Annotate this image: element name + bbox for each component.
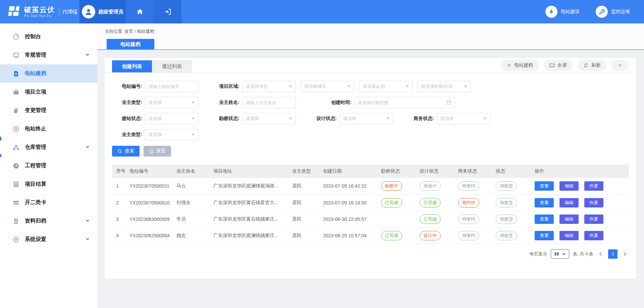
- content-body: 创建列表 通过列表 电站建档 全屏: [97, 50, 644, 308]
- col-status: 状态: [494, 165, 533, 178]
- survey-status-select[interactable]: 请选择: [242, 113, 296, 124]
- col-owner-name: 业主姓名: [174, 165, 211, 178]
- edit-button[interactable]: 编辑: [559, 198, 579, 207]
- view-button[interactable]: 查看: [535, 181, 554, 191]
- status-badge: 已完成: [420, 198, 441, 207]
- void-button[interactable]: 作废: [584, 231, 603, 240]
- col-business-status: 商务状态: [456, 165, 494, 178]
- edit-button[interactable]: 编辑: [559, 181, 579, 191]
- sidebar-item-station-termination[interactable]: 电站终止: [0, 120, 97, 138]
- document-icon: [13, 70, 19, 77]
- add-station-button[interactable]: 电站建档: [500, 60, 539, 71]
- owner-type2-label: 业主类型:: [112, 132, 142, 138]
- chevron-down-icon: [85, 218, 90, 224]
- home-icon: [136, 8, 144, 16]
- status-badge: 勘察中: [381, 181, 402, 191]
- town-select[interactable]: 请选择村镇/街道: [417, 81, 471, 92]
- search-icon: [117, 149, 122, 154]
- pagination: 每页显示 10 条, 共 4 条 1: [112, 249, 629, 259]
- table-row: 2 YX2023070500010 刘强东 广东深圳龙华区黄石镇星官大... 居…: [112, 194, 629, 211]
- logout-button[interactable]: [154, 0, 181, 23]
- wrench-icon: [596, 6, 608, 18]
- survey-status-label: 勘察状态:: [209, 116, 239, 122]
- page-number[interactable]: 1: [608, 249, 618, 259]
- station-code-input[interactable]: [145, 81, 199, 92]
- col-owner-type: 业主类型: [290, 165, 321, 178]
- user-menu[interactable]: 超级管理员: [79, 0, 126, 23]
- tab-passed-list[interactable]: 通过列表: [152, 60, 192, 72]
- owner-type2-select[interactable]: 请选择: [145, 129, 199, 140]
- view-button[interactable]: 查看: [535, 231, 554, 240]
- table-row: 3 YX2023063000009 学员 广东深圳龙华区黄石镇姚家庄... 居民…: [112, 211, 629, 227]
- reset-button[interactable]: 重置: [144, 146, 171, 157]
- archive-doc-icon: [13, 218, 19, 225]
- city-select[interactable]: 请选择城市: [301, 81, 354, 92]
- chevron-down-icon: [618, 63, 623, 68]
- sidebar-item-engineering-mgmt[interactable]: 工程管理: [0, 157, 97, 175]
- status-badge: 待设计: [420, 181, 441, 191]
- chevron-down-icon: [483, 118, 487, 120]
- build-status-select[interactable]: 请选择: [145, 113, 199, 124]
- sidebar-item-open-card[interactable]: 开二类卡: [0, 193, 97, 212]
- logo-area: 破茧云伏 Po Jian Yun Fu 代理端: [0, 0, 79, 23]
- sidebar-item-project-initiation[interactable]: 项目立项: [0, 83, 97, 101]
- reset-icon: [149, 149, 154, 154]
- sidebar-item-station-archive[interactable]: 电站建档: [0, 64, 97, 83]
- void-button[interactable]: 作废: [584, 198, 603, 207]
- settings-icon: [13, 236, 19, 243]
- void-button[interactable]: 作废: [584, 181, 603, 191]
- collapse-button[interactable]: [611, 60, 629, 71]
- nav-station-build-label: 电站建设: [561, 9, 580, 15]
- sidebar-scroll-indicator: [0, 154, 1, 157]
- owner-name-label: 业主姓名:: [209, 100, 239, 106]
- edit-button[interactable]: 编辑: [559, 214, 579, 224]
- sidebar-item-warehouse-mgmt[interactable]: 仓库管理: [0, 138, 97, 157]
- per-page-select[interactable]: 10: [551, 249, 569, 259]
- nav-station-build[interactable]: 电站建设: [545, 6, 580, 18]
- refresh-icon: [583, 63, 589, 68]
- search-button[interactable]: 搜索: [112, 146, 140, 157]
- sidebar-item-project-settlement[interactable]: 项目结算: [0, 175, 97, 193]
- chevron-down-icon: [192, 102, 195, 104]
- logout-icon: [164, 8, 172, 16]
- page-tab-station-archive[interactable]: 电站建档: [107, 39, 154, 49]
- chevron-down-icon: [85, 237, 90, 243]
- fullscreen-icon: [549, 63, 555, 68]
- sidebar-item-console[interactable]: 控制台: [0, 27, 97, 46]
- status-badge: 待提交: [496, 198, 517, 207]
- refresh-button[interactable]: 刷新: [577, 60, 607, 71]
- chevron-left-icon: [598, 251, 603, 257]
- status-badge: 设计中: [420, 231, 441, 240]
- sidebar-item-system-settings[interactable]: 系统设置: [0, 230, 97, 249]
- nav-monitor-ops[interactable]: 监控运维: [596, 6, 630, 18]
- owner-type-label: 业主类型:: [112, 100, 142, 106]
- sidebar-item-data-archive[interactable]: 资料归档: [0, 212, 97, 230]
- build-status-label: 建站状态:: [112, 116, 142, 122]
- tab-create-list[interactable]: 创建列表: [112, 60, 152, 72]
- calculator-icon: [13, 181, 19, 188]
- status-badge: 签约中: [458, 198, 479, 207]
- station-code-label: 电站编号:: [112, 83, 142, 89]
- logo-subtitle: Po Jian Yun Fu: [24, 14, 55, 18]
- design-status-select[interactable]: 请选择: [339, 113, 393, 124]
- owner-name-input[interactable]: [242, 97, 296, 108]
- fullscreen-button[interactable]: 全屏: [543, 60, 573, 71]
- district-select[interactable]: 请选择县/区: [359, 81, 413, 92]
- status-badge: 待提交: [496, 214, 517, 224]
- sidebar-item-general-mgmt[interactable]: 常规管理: [0, 46, 97, 64]
- date-range-input[interactable]: [354, 97, 455, 108]
- province-select[interactable]: 请选择省份: [242, 81, 296, 92]
- home-button[interactable]: [126, 0, 154, 23]
- sidebar-item-change-mgmt[interactable]: 变更管理: [0, 101, 97, 120]
- chevron-right-icon: [622, 251, 628, 257]
- next-page-button[interactable]: [621, 251, 629, 257]
- prev-page-button[interactable]: [597, 251, 604, 257]
- view-button[interactable]: 查看: [535, 198, 554, 207]
- business-status-select[interactable]: 请选择: [437, 113, 490, 124]
- status-badge: 已完成: [381, 198, 402, 207]
- owner-type-select[interactable]: 请选择: [145, 97, 199, 108]
- table-header-row: 序号 电站编号 业主姓名 项目地址 业主类型 创建日期 勘察状态 设计状态 商务…: [112, 165, 629, 178]
- edit-button[interactable]: 编辑: [559, 231, 579, 240]
- view-button[interactable]: 查看: [535, 214, 554, 224]
- void-button[interactable]: 作废: [584, 214, 603, 224]
